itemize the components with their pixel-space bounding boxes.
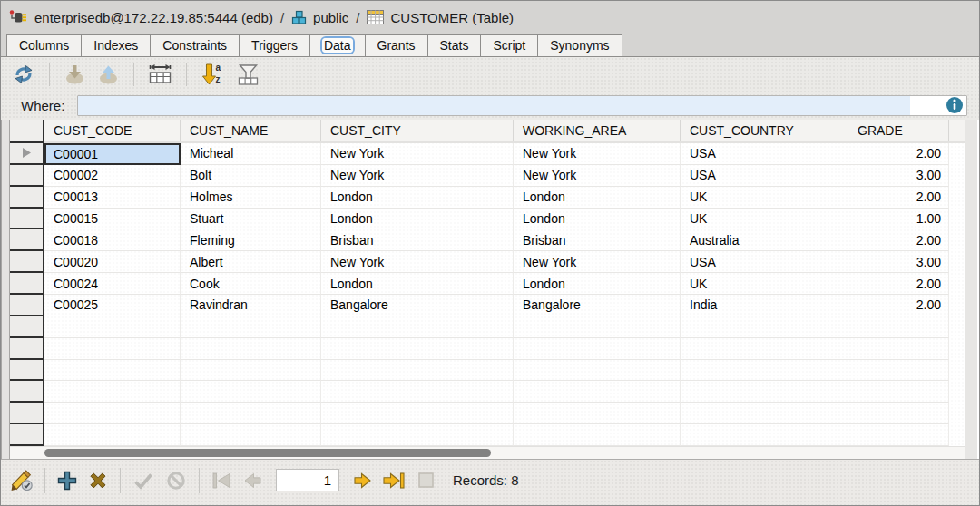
cell-grade[interactable]: 2.00 bbox=[848, 273, 949, 295]
schema-label[interactable]: public bbox=[313, 10, 348, 25]
where-row: Where: bbox=[1, 92, 979, 119]
cell-cust_name[interactable]: Stuart bbox=[181, 209, 321, 230]
horizontal-scrollbar-thumb[interactable] bbox=[44, 449, 491, 457]
cell-cust_code[interactable]: C00018 bbox=[44, 229, 181, 251]
column-header-cust_name[interactable]: CUST_NAME bbox=[181, 120, 321, 141]
cell-cust_country[interactable]: USA bbox=[681, 143, 848, 165]
tab-triggers[interactable]: Triggers bbox=[239, 34, 310, 57]
cell-cust_city[interactable]: London bbox=[321, 187, 514, 209]
cell-cust_name[interactable]: Fleming bbox=[181, 229, 321, 251]
cell-cust_city[interactable]: London bbox=[321, 209, 514, 230]
horizontal-scrollbar[interactable] bbox=[10, 446, 965, 459]
column-header-working_area[interactable]: WORKING_AREA bbox=[514, 120, 681, 141]
cell-grade[interactable]: 3.00 bbox=[848, 165, 949, 187]
cell-cust_code[interactable]: C00001 bbox=[44, 143, 181, 165]
fit-columns-icon[interactable] bbox=[148, 63, 172, 85]
cell-working_area[interactable]: New York bbox=[514, 165, 681, 187]
row-header[interactable] bbox=[10, 381, 44, 403]
cell-grade[interactable]: 2.00 bbox=[848, 295, 949, 316]
tab-label: Data bbox=[322, 38, 353, 53]
cell-cust_country[interactable]: Australia bbox=[681, 229, 848, 251]
row-header[interactable] bbox=[10, 403, 44, 424]
cell-cust_code[interactable]: C00013 bbox=[44, 187, 181, 209]
cell-working_area[interactable]: Brisban bbox=[514, 229, 681, 251]
cell-grade[interactable]: 2.00 bbox=[848, 187, 949, 209]
cell-cust_name[interactable]: Cook bbox=[181, 273, 321, 295]
vertical-scrollbar-track[interactable] bbox=[965, 120, 977, 459]
tab-synonyms[interactable]: Synonyms bbox=[537, 34, 622, 57]
cell-cust_code[interactable]: C00020 bbox=[44, 251, 181, 273]
cell-cust_code[interactable]: C00002 bbox=[44, 165, 181, 187]
row-header[interactable] bbox=[10, 273, 44, 295]
cell-cust_country[interactable]: UK bbox=[681, 209, 848, 230]
cell-cust_city[interactable]: New York bbox=[321, 165, 514, 187]
insert-row-icon[interactable] bbox=[56, 470, 78, 491]
cell-cust_name[interactable]: Micheal bbox=[181, 143, 321, 165]
row-header[interactable] bbox=[10, 295, 44, 316]
sort-icon[interactable]: a z bbox=[201, 63, 225, 86]
left-scrollbar-track[interactable] bbox=[1, 120, 10, 459]
cell-working_area[interactable]: London bbox=[514, 187, 681, 209]
cell-cust_city[interactable]: London bbox=[321, 273, 514, 295]
row-header[interactable] bbox=[10, 360, 44, 382]
cell-cust_city[interactable]: Brisban bbox=[321, 229, 514, 251]
row-header[interactable] bbox=[10, 209, 44, 230]
row-header[interactable] bbox=[10, 338, 44, 360]
connection-label: enterprisedb@172.22.19.85:5444 (edb) bbox=[34, 10, 273, 25]
last-page-icon[interactable] bbox=[383, 470, 407, 491]
cell-working_area[interactable]: Bangalore bbox=[514, 295, 681, 316]
row-header[interactable] bbox=[10, 251, 44, 273]
column-header-grade[interactable]: GRADE bbox=[848, 120, 949, 141]
cell-cust_city[interactable]: Bangalore bbox=[321, 295, 514, 316]
page-number-input[interactable] bbox=[276, 469, 339, 491]
tab-script[interactable]: Script bbox=[480, 34, 538, 57]
tab-columns[interactable]: Columns bbox=[6, 34, 82, 57]
tab-grants[interactable]: Grants bbox=[365, 34, 428, 57]
cell-working_area[interactable]: London bbox=[514, 273, 681, 295]
cell-cust_name[interactable]: Bolt bbox=[181, 165, 321, 187]
column-header-cust_city[interactable]: CUST_CITY bbox=[321, 120, 514, 141]
cell-grade[interactable]: 3.00 bbox=[848, 251, 949, 273]
where-input[interactable] bbox=[78, 96, 910, 115]
cell-cust_code[interactable]: C00025 bbox=[44, 295, 181, 316]
empty-cell bbox=[181, 381, 321, 403]
cell-grade[interactable]: 2.00 bbox=[848, 143, 949, 165]
filter-icon[interactable] bbox=[236, 63, 260, 86]
next-page-icon[interactable] bbox=[352, 470, 374, 491]
cell-cust_city[interactable]: New York bbox=[321, 143, 514, 165]
cell-grade[interactable]: 2.00 bbox=[848, 229, 949, 251]
row-header[interactable] bbox=[10, 229, 44, 251]
tab-stats[interactable]: Stats bbox=[427, 34, 482, 57]
cell-working_area[interactable]: London bbox=[514, 209, 681, 230]
tab-constraints[interactable]: Constraints bbox=[150, 34, 240, 57]
column-header-cust_code[interactable]: CUST_CODE bbox=[44, 120, 181, 141]
delete-row-icon[interactable] bbox=[87, 470, 109, 491]
tab-indexes[interactable]: Indexes bbox=[81, 34, 151, 57]
cell-cust_country[interactable]: UK bbox=[681, 187, 848, 209]
cell-cust_country[interactable]: USA bbox=[681, 165, 848, 187]
column-header-cust_country[interactable]: CUST_COUNTRY bbox=[681, 120, 848, 141]
cell-cust_code[interactable]: C00015 bbox=[44, 209, 181, 230]
cell-cust_name[interactable]: Albert bbox=[181, 251, 321, 273]
cell-cust_name[interactable]: Ravindran bbox=[181, 295, 321, 316]
cell-cust_code[interactable]: C00024 bbox=[44, 273, 181, 295]
cell-cust_city[interactable]: New York bbox=[321, 251, 514, 273]
table-label: CUSTOMER (Table) bbox=[390, 10, 514, 25]
tab-data[interactable]: Data bbox=[309, 34, 366, 57]
cell-cust_name[interactable]: Holmes bbox=[181, 187, 321, 209]
cell-cust_country[interactable]: India bbox=[681, 295, 848, 316]
row-header[interactable] bbox=[10, 316, 44, 338]
cell-working_area[interactable]: New York bbox=[514, 143, 681, 165]
cell-grade[interactable]: 1.00 bbox=[848, 209, 949, 230]
info-icon[interactable] bbox=[946, 96, 964, 114]
cell-cust_country[interactable]: USA bbox=[681, 251, 848, 273]
edit-mode-icon[interactable] bbox=[10, 469, 34, 491]
row-header[interactable] bbox=[10, 165, 44, 187]
refresh-icon[interactable] bbox=[12, 63, 35, 85]
cell-cust_country[interactable]: UK bbox=[681, 273, 848, 295]
row-header[interactable] bbox=[10, 424, 44, 446]
row-header[interactable] bbox=[10, 187, 44, 209]
cell-working_area[interactable]: New York bbox=[514, 251, 681, 273]
row-header[interactable] bbox=[10, 143, 44, 165]
grid-corner-cell[interactable] bbox=[10, 120, 44, 143]
